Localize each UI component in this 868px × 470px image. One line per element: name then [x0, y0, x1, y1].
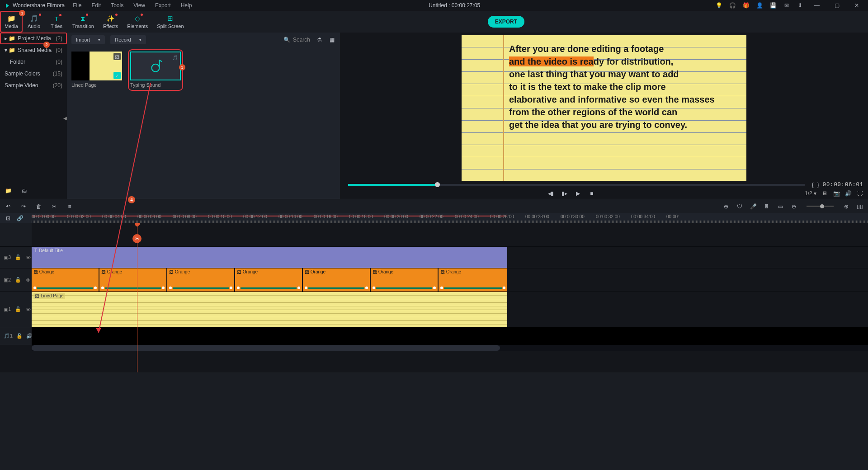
- shield-icon[interactable]: 🛡: [736, 203, 743, 210]
- ruler-tick: 00:00:18:00: [349, 214, 373, 219]
- headphones-icon[interactable]: 🎧: [729, 2, 736, 9]
- monitor-icon[interactable]: 🖥: [821, 190, 828, 197]
- menu-view[interactable]: View: [132, 1, 147, 9]
- mail-icon[interactable]: ✉: [783, 2, 790, 9]
- eye-icon[interactable]: 👁: [25, 306, 32, 313]
- document-title: Untitled : 00:00:27:05: [200, 2, 709, 9]
- next-frame-button[interactable]: ▮▸: [561, 190, 568, 197]
- eye-icon[interactable]: 👁: [25, 254, 32, 261]
- thumb-lined-page[interactable]: 🖼 ✓ Lined Page: [71, 52, 122, 89]
- gift-icon[interactable]: 🎁: [742, 2, 750, 9]
- lock-icon[interactable]: 🔓: [14, 306, 21, 313]
- sidebar-project-media[interactable]: ▸ 📁 Project Media (2) 2: [0, 33, 67, 44]
- export-button[interactable]: EXPORT: [488, 16, 524, 28]
- lightbulb-icon[interactable]: 💡: [715, 2, 722, 9]
- clip-default-title[interactable]: T Default Title: [32, 247, 507, 268]
- svg-point-0: [152, 64, 160, 72]
- scissors-icon[interactable]: ✂: [132, 234, 142, 243]
- clip-orange[interactable]: 🖼 Orange: [303, 268, 370, 291]
- lock-icon[interactable]: 🔓: [16, 333, 23, 340]
- save-icon[interactable]: 💾: [769, 2, 777, 9]
- timeline-scrollbar[interactable]: [32, 345, 868, 351]
- lock-icon[interactable]: 🔓: [14, 277, 21, 284]
- ruler-tick: 00:00:20:00: [384, 214, 408, 219]
- sidebar-shared-media[interactable]: ▾ 📁 Shared Media (0): [0, 44, 67, 56]
- record-dropdown[interactable]: Record▾: [110, 35, 146, 44]
- adjust-button[interactable]: ≡: [66, 203, 73, 210]
- tab-media[interactable]: 📁 Media 1: [0, 11, 23, 33]
- menubar: Wondershare Filmora File Edit Tools View…: [0, 0, 868, 11]
- volume-icon[interactable]: 🔊: [844, 190, 852, 197]
- sidebar-sample-video[interactable]: Sample Video (20): [0, 80, 67, 91]
- track-audio-1: 🎵1🔓🔊: [0, 327, 868, 345]
- check-icon: ✓: [113, 72, 121, 79]
- transition-icon: ⧗: [80, 14, 85, 23]
- grid-icon[interactable]: ▦: [328, 36, 335, 43]
- sidebar-sample-colors[interactable]: Sample Colors (15): [0, 68, 67, 80]
- tab-elements[interactable]: ◇ Elements: [123, 11, 152, 33]
- scrub-bar[interactable]: [348, 184, 805, 186]
- filter-icon[interactable]: ⚗: [316, 36, 323, 43]
- menu-tools[interactable]: Tools: [109, 1, 125, 9]
- tab-audio[interactable]: 🎵 Audio: [23, 11, 45, 33]
- clip-orange[interactable]: 🖼 Orange: [235, 268, 302, 291]
- menu-file[interactable]: File: [71, 1, 83, 9]
- preview-text: After you are done editing a footage and…: [509, 42, 715, 131]
- clip-orange[interactable]: 🖼 Orange: [371, 268, 438, 291]
- snapshot-icon[interactable]: 📷: [833, 190, 840, 197]
- tab-effects[interactable]: ✨ Effects: [99, 11, 123, 33]
- ruler-tick: 00:00:28:00: [525, 214, 549, 219]
- tab-transition[interactable]: ⧗ Transition: [68, 11, 99, 33]
- ruler-tick: 00:00:26:00: [490, 214, 514, 219]
- bracket-right[interactable]: }: [817, 182, 819, 188]
- effects-icon: ✨: [106, 14, 115, 23]
- clip-orange[interactable]: 🖼 Orange: [439, 268, 507, 291]
- render-icon[interactable]: ▭: [777, 203, 784, 210]
- zoom-slider[interactable]: [807, 206, 834, 207]
- menu-edit[interactable]: Edit: [90, 1, 103, 9]
- fit-button[interactable]: ▯▯: [856, 203, 863, 210]
- delete-button[interactable]: 🗑: [35, 203, 42, 210]
- cut-button[interactable]: ✂: [51, 203, 58, 210]
- lock-icon[interactable]: 🔓: [14, 254, 21, 261]
- zoom-fraction[interactable]: 1/2 ▾: [805, 190, 816, 197]
- maximize-button[interactable]: ▢: [830, 2, 844, 9]
- mixer-icon[interactable]: 🎚: [763, 203, 770, 210]
- mic-icon[interactable]: 🎤: [750, 203, 757, 210]
- menu-export[interactable]: Export: [153, 1, 173, 9]
- minimize-button[interactable]: —: [810, 2, 824, 9]
- clip-orange[interactable]: 🖼 Orange: [32, 268, 99, 291]
- preview-canvas[interactable]: After you are done editing a footage and…: [462, 35, 746, 181]
- sidebar-folder[interactable]: Folder (0): [0, 56, 67, 68]
- ruler-tick: 00:00:02:00: [67, 214, 91, 219]
- eye-icon[interactable]: 👁: [25, 277, 32, 284]
- menu-help[interactable]: Help: [179, 1, 194, 9]
- tab-titles[interactable]: T Titles: [45, 11, 68, 33]
- marker-icon[interactable]: ⊕: [722, 203, 730, 210]
- new-folder-icon[interactable]: 📁: [5, 187, 12, 194]
- timeline-ruler-row: ⊡ 🔗 00:00:00:0000:00:02:0000:00:04:0000:…: [0, 213, 868, 223]
- ruler-link-icon[interactable]: 🔗: [16, 215, 24, 222]
- timeline-tracks: ✂ ▣3🔓👁 T Default Title ▣2🔓👁 🖼 Orange🖼 Or…: [0, 223, 868, 372]
- undo-button[interactable]: ↶: [5, 203, 12, 210]
- collapse-icon[interactable]: ◀: [63, 116, 67, 121]
- close-button[interactable]: ✕: [850, 2, 863, 9]
- bracket-left[interactable]: {: [812, 182, 814, 188]
- redo-button[interactable]: ↷: [20, 203, 27, 210]
- stop-button[interactable]: ■: [588, 190, 595, 197]
- fullscreen-icon[interactable]: ⛶: [856, 190, 863, 197]
- zoom-out-button[interactable]: ⊖: [790, 203, 797, 210]
- open-folder-icon[interactable]: 🗂: [21, 187, 28, 194]
- playhead[interactable]: ✂: [137, 223, 137, 372]
- account-icon[interactable]: 👤: [756, 2, 763, 9]
- ruler-tick: 00:00:00:00: [32, 214, 56, 219]
- import-dropdown[interactable]: Import▾: [71, 35, 105, 44]
- download-icon[interactable]: ⬇: [797, 2, 804, 9]
- zoom-in-button[interactable]: ⊕: [843, 203, 850, 210]
- audio-type-icon: 🎵: [171, 54, 179, 61]
- play-button[interactable]: ▶: [575, 190, 582, 197]
- ruler-cut-icon[interactable]: ⊡: [5, 215, 12, 222]
- tab-split-screen[interactable]: ⊞ Split Screen: [152, 11, 188, 33]
- search-box[interactable]: 🔍 Search: [283, 37, 310, 43]
- prev-frame-button[interactable]: ◂▮: [547, 190, 555, 197]
